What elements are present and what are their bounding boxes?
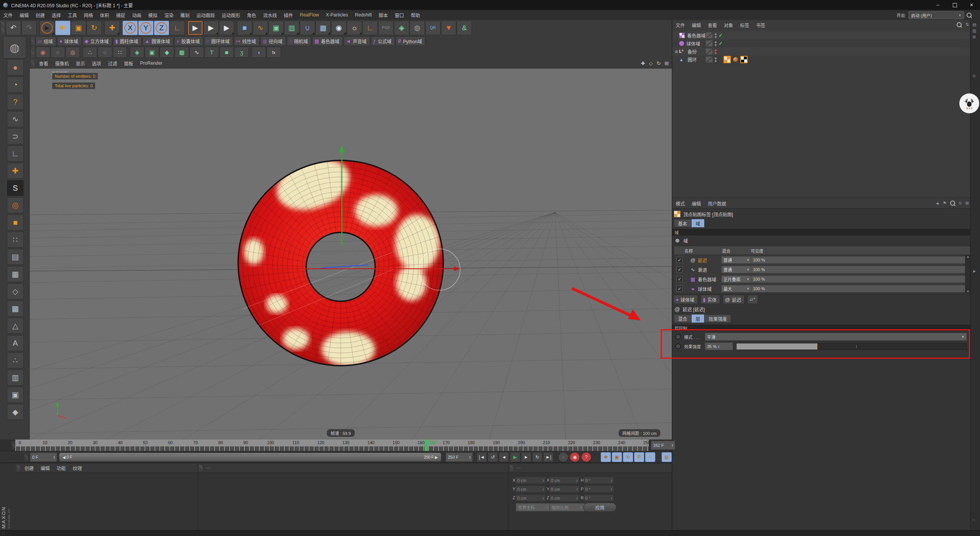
strength-radio[interactable]: [675, 343, 681, 349]
snap-grid-button[interactable]: ▣: [7, 387, 24, 403]
quantize-button[interactable]: ◆: [7, 404, 24, 420]
matrix-button[interactable]: ◌: [51, 47, 65, 58]
polygon-mode-button[interactable]: ▦: [7, 266, 24, 282]
om-menu-书签[interactable]: 书签: [753, 22, 769, 28]
layer-enabled-checkbox[interactable]: ✓: [676, 257, 683, 263]
coord-field-B-2[interactable]: 0 °▴▾: [583, 494, 614, 502]
add-light-button[interactable]: ☼: [347, 21, 362, 35]
tab-基本[interactable]: 基本: [674, 219, 691, 227]
scale-mode-dropdown[interactable]: 缩放比例▼: [549, 503, 585, 511]
key-rotation-button[interactable]: ↻: [623, 452, 633, 462]
field-button-声音域[interactable]: ◄声音域: [344, 36, 370, 46]
visibility-dot[interactable]: [715, 41, 717, 43]
coord-system-dropdown[interactable]: 世界坐标▼: [516, 503, 551, 511]
close-button[interactable]: ✕: [963, 0, 980, 10]
add-球体域-button[interactable]: ●球体域: [673, 295, 698, 304]
mode-dropdown[interactable]: 平滑▼: [705, 333, 967, 341]
visibility-field[interactable]: 100 %: [751, 285, 966, 293]
object-name[interactable]: 备份: [688, 48, 697, 55]
layer-tab-层[interactable]: 层: [691, 314, 704, 323]
add-camera-button[interactable]: ◉: [331, 21, 346, 35]
add-subdivision-button[interactable]: ▣: [268, 21, 284, 35]
menu-捕捉[interactable]: 捕捉: [113, 12, 129, 18]
section-field[interactable]: 域: [672, 229, 970, 235]
menu-插件[interactable]: 插件: [280, 12, 296, 18]
ruler-tool-button[interactable]: ∟: [7, 145, 24, 162]
add-实体-button[interactable]: ▮实体: [701, 295, 720, 304]
interface-dropdown[interactable]: 启动 (用户)▼: [908, 11, 964, 19]
axis-tool-button[interactable]: ✚: [7, 163, 24, 179]
layer-color-box[interactable]: [706, 48, 713, 55]
column-header-可见度[interactable]: 可见度: [751, 248, 763, 254]
visibility-dot[interactable]: [715, 57, 717, 59]
uv-mode-button[interactable]: A: [7, 335, 24, 351]
phong-tag[interactable]: [733, 57, 738, 62]
field-button-圆环体域[interactable]: ○圆环体域: [204, 36, 233, 46]
om-filter-icon[interactable]: ⇅: [965, 22, 969, 27]
menu-体积[interactable]: 体积: [96, 12, 113, 18]
visibility-dot[interactable]: [715, 36, 717, 38]
coord-field-P-1[interactable]: 0 °▴▾: [583, 485, 614, 493]
visibility-field[interactable]: 100 %: [751, 256, 966, 264]
strip-grid-icon[interactable]: ⊞: [972, 34, 976, 39]
record-keyframe-button[interactable]: ◉: [570, 452, 580, 462]
coordinates-menu[interactable]: ⋯: [516, 466, 521, 471]
goto-start-button[interactable]: |◄: [477, 452, 487, 462]
grid-array-button[interactable]: ∷: [113, 47, 127, 58]
tracer-button[interactable]: ∴: [83, 47, 97, 58]
key-pla-button[interactable]: ∷: [645, 452, 655, 462]
worm-button[interactable]: ∿: [189, 47, 204, 58]
field-button-组域[interactable]: ▱组域: [36, 36, 56, 46]
section-layer-control[interactable]: 层控制: [672, 325, 970, 331]
field-button-着色器域[interactable]: ▦着色器域: [312, 36, 343, 46]
enabled-check-icon[interactable]: ✓: [719, 41, 723, 46]
paint-ball-button[interactable]: ●: [7, 59, 24, 75]
render-settings-button[interactable]: ▶: [219, 21, 234, 35]
prev-frame-button[interactable]: ◄: [499, 452, 509, 462]
isolate-ring-button[interactable]: ◎: [7, 197, 24, 213]
strength-slider[interactable]: [736, 343, 967, 350]
viewport-menu-过滤[interactable]: 过滤: [105, 60, 121, 67]
scale-tool-button[interactable]: ▣: [71, 21, 86, 35]
field-button-立方体域[interactable]: ◆立方体域: [82, 36, 112, 46]
key-scale-button[interactable]: ▣: [612, 452, 622, 462]
menu-工具[interactable]: 工具: [64, 12, 80, 18]
layer-name[interactable]: 衰退: [698, 266, 707, 273]
visibility-dot[interactable]: [715, 52, 717, 54]
cube-axis-button[interactable]: ■: [7, 214, 24, 230]
tension-button[interactable]: ■: [219, 47, 234, 58]
blend-dropdown[interactable]: 正片叠底▼: [721, 275, 752, 283]
play-button[interactable]: ▶: [510, 452, 520, 462]
viewport-canvas[interactable]: [30, 58, 672, 440]
voronoi-button[interactable]: ◆: [160, 47, 174, 58]
menu-窗口[interactable]: 窗口: [391, 12, 407, 18]
object-row-球体域[interactable]: 球体域✓: [672, 39, 970, 47]
am-menu-模式[interactable]: 模式: [672, 200, 688, 207]
menu-运动跟踪[interactable]: 运动跟踪: [193, 12, 218, 18]
field-layer-row-延迟[interactable]: ✓@延迟普通▼100 %: [674, 255, 971, 265]
mesh-button[interactable]: ▩: [175, 47, 189, 58]
texture-mode-button[interactable]: ▩: [7, 301, 24, 317]
viewport-menu-摄像机[interactable]: 摄像机: [52, 60, 72, 67]
strength-input[interactable]: 35 % ▴▾: [705, 342, 733, 350]
am-lock-icon[interactable]: ⊙: [959, 201, 962, 206]
layer-color-box[interactable]: [706, 56, 713, 63]
coord-field-Z-2[interactable]: 0 cm▴▾: [549, 494, 580, 502]
point-mode-button[interactable]: ∷: [7, 232, 24, 248]
menu-渲染[interactable]: 渲染: [161, 12, 177, 18]
field-layer-row-着色器域[interactable]: ✓▦着色器域正片叠底▼100 %: [674, 275, 971, 284]
am-menu-编辑[interactable]: 编辑: [688, 200, 704, 207]
vertex-weight-tag[interactable]: [740, 56, 748, 63]
undo-button[interactable]: ↶: [6, 21, 21, 35]
spline-pen-button[interactable]: ∿: [7, 111, 24, 127]
record-help-button[interactable]: ?: [581, 452, 591, 462]
middle-panel-menu[interactable]: ⋯: [206, 466, 210, 471]
add-field-button[interactable]: ◈: [394, 21, 409, 35]
key-parameter-button[interactable]: P: [634, 452, 644, 462]
layer-color-box[interactable]: [706, 32, 713, 39]
layer-color-box[interactable]: [706, 40, 713, 47]
layer-enabled-checkbox[interactable]: ✓: [676, 266, 683, 273]
workplane-mode-button[interactable]: △: [7, 318, 24, 334]
visibility-field[interactable]: 100 %: [751, 275, 966, 283]
am-flag-icon[interactable]: ⚑: [943, 201, 947, 206]
